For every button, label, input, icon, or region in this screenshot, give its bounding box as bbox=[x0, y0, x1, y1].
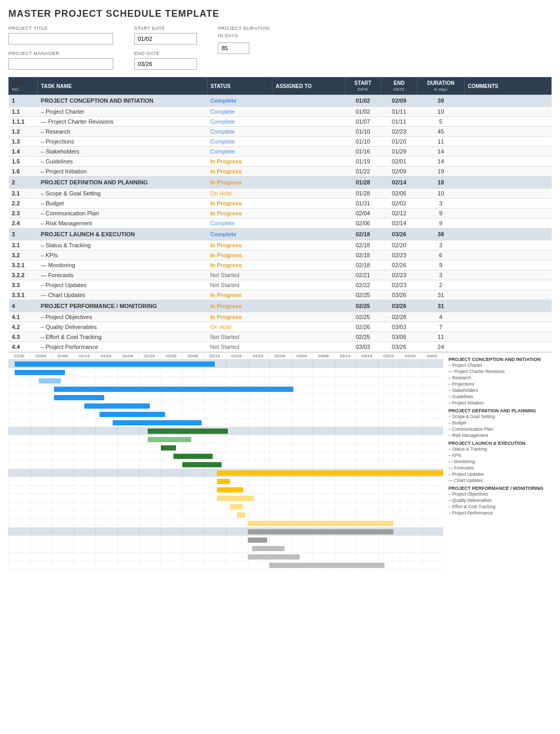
grid-line bbox=[248, 410, 248, 418]
grid-line bbox=[291, 410, 292, 418]
cell-wbs: 3.3 bbox=[9, 280, 38, 290]
grid-line bbox=[52, 469, 52, 477]
cell-comments bbox=[464, 300, 551, 312]
table-row: 3.2.1 — Monitoring In Progress 02/18 02/… bbox=[9, 260, 552, 270]
grid-line bbox=[335, 511, 335, 519]
grid-line bbox=[378, 410, 379, 418]
cell-status: In Progress bbox=[207, 240, 272, 250]
cell-start: 01/28 bbox=[345, 177, 381, 189]
cell-start: 02/26 bbox=[345, 322, 381, 332]
cell-comments bbox=[464, 342, 551, 352]
grid-line bbox=[161, 553, 161, 561]
grid-line bbox=[204, 486, 205, 494]
grid-line bbox=[139, 452, 139, 460]
grid-line bbox=[204, 393, 205, 401]
grid-line bbox=[269, 410, 270, 418]
grid-line bbox=[30, 410, 31, 418]
grid-line bbox=[422, 544, 422, 552]
cell-status: Not Started bbox=[207, 280, 272, 290]
grid-line bbox=[422, 419, 422, 426]
cell-comments bbox=[464, 209, 551, 218]
gantt-legend: PROJECT CONCEPTION AND INITIATION– Proje… bbox=[443, 352, 552, 569]
grid-line bbox=[422, 427, 422, 435]
grid-line bbox=[313, 368, 313, 376]
cell-comments bbox=[464, 290, 551, 300]
grid-line bbox=[378, 511, 379, 519]
legend-item: — Project Charter Revisions bbox=[448, 368, 552, 375]
end-date-input[interactable] bbox=[134, 58, 197, 70]
grid-line bbox=[400, 368, 400, 376]
grid-line bbox=[8, 469, 9, 477]
grid-line bbox=[52, 393, 52, 401]
grid-line bbox=[204, 377, 205, 385]
cell-end: 03/06 bbox=[381, 332, 417, 342]
grid-line bbox=[422, 452, 422, 460]
project-manager-label: PROJECT MANAGER bbox=[8, 51, 113, 56]
cell-start: 02/25 bbox=[345, 300, 381, 312]
start-date-input[interactable] bbox=[134, 33, 197, 45]
grid-line bbox=[182, 544, 183, 552]
legend-section-title: PROJECT CONCEPTION AND INITIATION bbox=[448, 357, 552, 362]
grid-line bbox=[204, 368, 205, 376]
grid-line bbox=[335, 452, 335, 460]
gantt-date-label: 03/14 bbox=[335, 353, 357, 359]
grid-line bbox=[117, 511, 118, 519]
cell-end: 02/09 bbox=[381, 95, 417, 107]
grid-line bbox=[139, 536, 139, 544]
grid-line bbox=[30, 486, 31, 494]
grid-line bbox=[400, 393, 400, 401]
grid-line bbox=[248, 502, 248, 510]
gantt-row bbox=[8, 435, 443, 444]
cell-assigned bbox=[272, 332, 345, 342]
cell-duration: 3 bbox=[417, 240, 464, 250]
project-title-input[interactable] bbox=[8, 33, 113, 45]
grid-line bbox=[269, 402, 270, 410]
grid-line bbox=[8, 452, 9, 460]
duration-input[interactable] bbox=[218, 42, 249, 54]
legend-item: – Guidelines bbox=[448, 393, 552, 400]
grid-line bbox=[52, 427, 52, 435]
cell-duration: 39 bbox=[417, 95, 464, 107]
grid-line bbox=[8, 461, 9, 468]
grid-line bbox=[313, 461, 313, 468]
cell-duration: 6 bbox=[417, 250, 464, 260]
grid-line bbox=[161, 486, 161, 494]
grid-line bbox=[30, 393, 31, 401]
gantt-date-label: 04/03 bbox=[422, 353, 444, 359]
legend-item: – Projections bbox=[448, 381, 552, 387]
cell-start: 02/22 bbox=[345, 280, 381, 290]
cell-comments bbox=[464, 218, 551, 228]
duration-sub: in days bbox=[218, 33, 270, 38]
grid-line bbox=[291, 377, 292, 385]
grid-line bbox=[269, 427, 270, 435]
cell-wbs: 2.3 bbox=[9, 209, 38, 218]
grid-line bbox=[356, 393, 357, 401]
cell-duration: 14 bbox=[417, 157, 464, 167]
grid-line bbox=[422, 402, 422, 410]
grid-line bbox=[400, 528, 400, 535]
grid-line bbox=[139, 461, 139, 468]
grid-line bbox=[400, 360, 400, 368]
cell-assigned bbox=[272, 189, 345, 199]
grid-line bbox=[226, 561, 226, 569]
project-manager-input[interactable] bbox=[8, 58, 113, 70]
gantt-row bbox=[8, 419, 443, 427]
grid-line bbox=[248, 368, 248, 376]
gantt-bar bbox=[217, 470, 443, 476]
grid-line bbox=[8, 410, 9, 418]
cell-status: In Progress bbox=[207, 290, 272, 300]
grid-line bbox=[400, 544, 400, 552]
cell-assigned bbox=[272, 322, 345, 332]
gantt-row bbox=[8, 561, 443, 569]
grid-line bbox=[378, 377, 379, 385]
grid-line bbox=[269, 477, 270, 485]
grid-line bbox=[356, 502, 357, 510]
grid-line bbox=[226, 511, 226, 519]
grid-line bbox=[8, 402, 9, 410]
project-title-label: PROJECT TITLE bbox=[8, 26, 113, 31]
cell-duration: 11 bbox=[417, 137, 464, 147]
cell-end: 02/06 bbox=[381, 189, 417, 199]
grid-line bbox=[52, 561, 52, 569]
grid-line bbox=[8, 494, 9, 502]
grid-line bbox=[161, 494, 161, 502]
